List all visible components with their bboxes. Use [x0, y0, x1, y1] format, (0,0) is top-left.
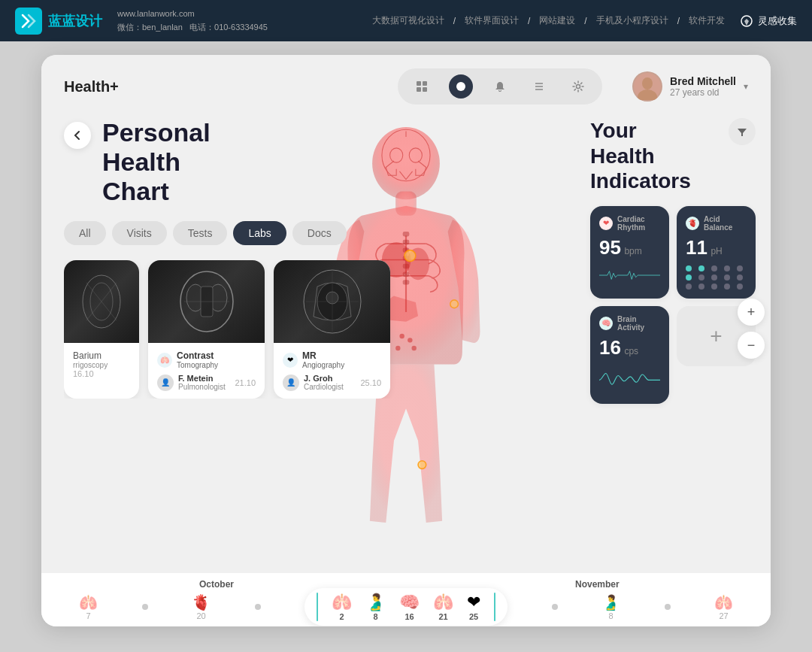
- svg-point-49: [450, 300, 459, 308]
- contrast-image: [148, 260, 265, 343]
- timeline-dot-4: [665, 604, 671, 610]
- timeline-item-21[interactable]: 🫁 21: [433, 593, 453, 621]
- cardiac-card[interactable]: ❤ Cardiac Rhythm 95 bpm: [590, 206, 669, 299]
- timeline-date-8-nov: 8: [608, 611, 613, 620]
- nav-gear[interactable]: [566, 74, 590, 99]
- section-header: Personal Health Chart: [64, 118, 410, 206]
- dot-9: [724, 274, 730, 281]
- tab-docs[interactable]: Docs: [292, 221, 347, 245]
- back-button[interactable]: [64, 122, 91, 149]
- dot-2: [698, 265, 704, 271]
- brain-header: 🧠 Brain Activity: [599, 315, 660, 332]
- indicators-grid: ❤ Cardiac Rhythm 95 bpm: [590, 206, 756, 404]
- cardiac-header: ❤ Cardiac Rhythm: [599, 215, 660, 232]
- nav-circle[interactable]: [449, 74, 473, 99]
- timeline-date-27: 27: [719, 611, 728, 620]
- zoom-in-button[interactable]: +: [738, 299, 765, 326]
- inspiration-area: 灵感收集: [740, 14, 797, 28]
- brain-card[interactable]: 🧠 Brain Activity 16 cps: [590, 306, 669, 404]
- dot-5: [737, 265, 743, 271]
- tab-labs[interactable]: Labs: [233, 221, 286, 245]
- top-banner: 蓝蓝设计 www.lanlanwork.com 微信：ben_lanlan 电话…: [0, 0, 812, 41]
- tab-visits[interactable]: Visits: [112, 221, 167, 245]
- timeline-date-2: 2: [339, 612, 344, 621]
- dot-1: [686, 265, 692, 271]
- med-card-mr[interactable]: ❤ MR Angiography 👤 J. Groh Cardiologist: [274, 260, 390, 399]
- logo-text: 蓝蓝设计: [48, 12, 102, 30]
- timeline-icon-27: 🫁: [714, 593, 733, 611]
- timeline-icon-8-nov: 🫃: [601, 593, 620, 611]
- timeline-date-20: 20: [196, 611, 205, 620]
- brain-wave: [599, 365, 660, 395]
- timeline-icon-8: 🫃: [365, 593, 386, 612]
- nav-bell[interactable]: [488, 74, 512, 99]
- timeline-dot-1: [142, 604, 148, 610]
- svg-point-5: [456, 82, 465, 91]
- user-info: Bred Mitchell 27 years old: [670, 75, 736, 98]
- timeline-divider-right: [494, 593, 495, 621]
- acid-unit: pH: [710, 246, 722, 256]
- mr-icon: ❤: [283, 353, 298, 368]
- dot-15: [737, 284, 743, 290]
- user-age: 27 years old: [670, 87, 736, 98]
- zoom-out-button[interactable]: −: [738, 332, 765, 359]
- doctor-avatar-groh: 👤: [283, 375, 299, 391]
- dot-11: [686, 284, 692, 290]
- tab-all[interactable]: All: [64, 221, 106, 245]
- med-card-barium[interactable]: Barium rrigoscopy 16.10: [64, 260, 139, 399]
- timeline-date-21: 21: [438, 612, 447, 621]
- timeline-icon-21: 🫁: [433, 593, 453, 612]
- logo-icon: [15, 8, 42, 35]
- svg-rect-4: [423, 87, 427, 92]
- brain-value: 16: [599, 336, 621, 359]
- timeline-icon-20: 🫀: [192, 593, 211, 611]
- logo-area: 蓝蓝设计: [15, 8, 102, 35]
- tab-tests[interactable]: Tests: [173, 221, 228, 245]
- contrast-type: 🫁 Contrast Tomography: [157, 350, 256, 369]
- cardiac-label: Cardiac: [617, 215, 645, 223]
- timeline-icon-7: 🫁: [79, 593, 98, 611]
- doctor-info-groh: J. Groh Cardiologist: [304, 374, 356, 391]
- acid-label: Acid: [704, 215, 732, 223]
- plus-icon: +: [710, 324, 722, 348]
- mr-image: [274, 260, 390, 343]
- section-title: Personal Health Chart: [102, 118, 211, 206]
- contrast-label: Contrast: [177, 350, 218, 361]
- dot-7: [698, 274, 704, 281]
- acid-card[interactable]: 🫀 Acid Balance 11 pH: [677, 206, 756, 299]
- filter-button[interactable]: [729, 118, 756, 145]
- timeline-icon-25: ❤: [467, 593, 480, 612]
- barium-label: Barium: [73, 350, 130, 361]
- barium-info: Barium rrigoscopy 16.10: [64, 343, 139, 386]
- timeline-divider-left: [317, 593, 318, 621]
- doctor-avatar-metein: 👤: [157, 375, 174, 391]
- nav-list[interactable]: [527, 74, 551, 99]
- brain-label2: Activity: [617, 323, 644, 332]
- timeline-dot-3: [552, 604, 558, 610]
- nav-grid[interactable]: [410, 74, 434, 99]
- contrast-icon: 🫁: [157, 353, 172, 368]
- zoom-controls: + −: [738, 299, 765, 359]
- dot-6: [686, 274, 692, 281]
- timeline-item-25[interactable]: ❤ 25: [467, 593, 480, 621]
- chevron-down-icon[interactable]: ▾: [744, 81, 748, 92]
- acid-dots: [686, 265, 747, 290]
- svg-rect-3: [417, 87, 421, 92]
- med-card-contrast[interactable]: 🫁 Contrast Tomography 👤 F. Metein Pulmon…: [148, 260, 265, 399]
- highlighted-section: 🫁 2 🫃 8 🧠 16 🫁 21: [304, 588, 508, 626]
- timeline-item-16[interactable]: 🧠 16: [399, 593, 420, 621]
- timeline-item-8[interactable]: 🫃 8: [365, 593, 386, 621]
- mr-date: 25.10: [360, 378, 381, 387]
- dot-13: [711, 284, 717, 290]
- cardiac-value-row: 95 bpm: [599, 236, 660, 259]
- timeline-item-2[interactable]: 🫁 2: [332, 593, 352, 621]
- header-nav: Health+ Bred Mitchell 27: [41, 55, 771, 118]
- cardiac-unit: bpm: [624, 246, 641, 256]
- timeline-item-20: 🫀 20: [192, 593, 211, 620]
- month-november: November: [575, 579, 620, 590]
- svg-rect-2: [423, 81, 427, 86]
- indicators-header: Your Health Indicators: [590, 118, 756, 194]
- barium-image: [64, 260, 139, 343]
- timeline-item-7: 🫁 7: [79, 593, 98, 620]
- dot-14: [724, 284, 730, 290]
